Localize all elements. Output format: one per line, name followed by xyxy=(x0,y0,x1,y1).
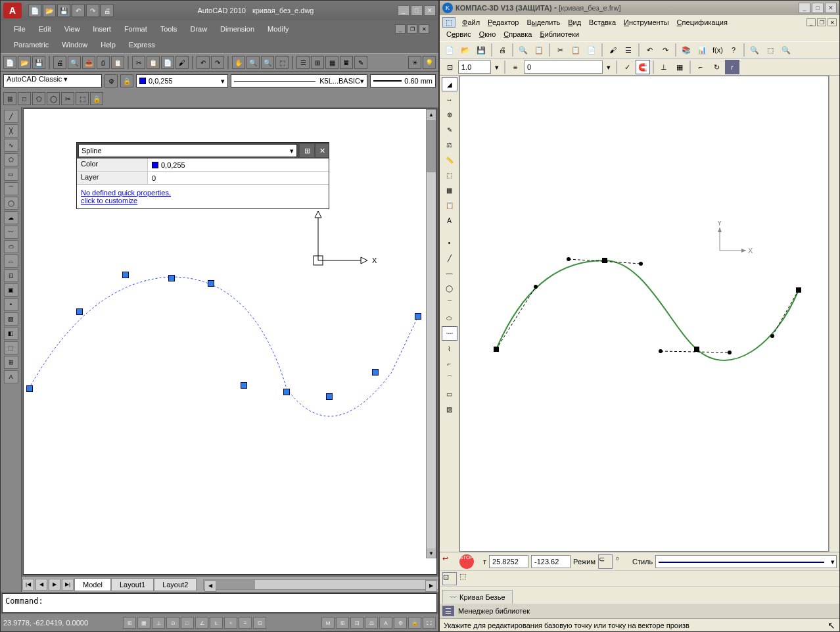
undo-icon[interactable]: ↶ xyxy=(72,4,85,17)
paste-icon[interactable]: 📄 xyxy=(584,43,599,57)
designation-icon[interactable]: ⊕ xyxy=(442,107,457,122)
kompas-vertical-scrollbar[interactable] xyxy=(829,76,839,552)
mode-closed-icon[interactable]: ○ xyxy=(615,554,630,569)
bezier-control[interactable] xyxy=(567,257,571,261)
bezier-anchor[interactable] xyxy=(602,258,607,263)
style-select[interactable]: ▾ xyxy=(655,555,837,568)
geometry-icon[interactable]: ◢ xyxy=(442,77,457,91)
hatch-icon[interactable]: ▨ xyxy=(4,312,18,326)
auto-create-icon[interactable]: ⊡ xyxy=(442,572,457,585)
menu-view[interactable]: View xyxy=(58,22,87,36)
vport-lock-icon[interactable]: 🔒 xyxy=(90,92,103,105)
publish-icon[interactable]: 📤 xyxy=(82,56,95,69)
scale-fit-icon[interactable]: ⊡ xyxy=(442,60,457,74)
tool-palette-icon[interactable]: ▦ xyxy=(325,56,338,69)
clean-screen-icon[interactable]: ⛶ xyxy=(423,617,436,629)
reports-icon[interactable]: 📋 xyxy=(442,198,457,212)
copy-props-icon[interactable]: 🖌 xyxy=(605,43,620,57)
menu-express[interactable]: Express xyxy=(122,38,162,51)
zoom-all-icon[interactable]: 🔍 xyxy=(747,43,762,57)
fillet-icon[interactable]: ⌒ xyxy=(442,372,457,386)
vport-scale-icon[interactable]: ⬚ xyxy=(76,92,89,105)
hatch-icon[interactable]: ▨ xyxy=(442,402,457,416)
polyline-icon[interactable]: ∿ xyxy=(4,139,18,152)
qp-customize-link[interactable]: No defined quick properties,click to cus… xyxy=(77,185,329,208)
menu-window[interactable]: Window xyxy=(55,38,94,51)
markup-icon[interactable]: ✎ xyxy=(354,56,367,69)
close-button[interactable]: ✕ xyxy=(424,5,436,16)
kompas-titlebar[interactable]: K КОМПАС-3D V13 (ЗАЩИТА) - [кривая_без_e… xyxy=(440,1,839,15)
menu-insert[interactable]: Insert xyxy=(86,22,118,36)
grid-icon[interactable]: ▦ xyxy=(137,617,151,629)
bezier-control[interactable] xyxy=(639,262,643,266)
menu-help[interactable]: Help xyxy=(94,38,122,51)
spline-grip[interactable] xyxy=(241,382,247,389)
doc-restore-button[interactable]: ❐ xyxy=(817,18,826,26)
zoom-icon[interactable]: 🔍 xyxy=(246,56,260,69)
autocad-titlebar[interactable]: A 📄 📂 💾 ↶ ↷ 🖨 AutoCAD 2010 кривая_без_e.… xyxy=(1,1,438,20)
scale-icon[interactable]: ⚖ xyxy=(365,617,378,629)
ortho-icon[interactable]: ⊥ xyxy=(152,617,165,629)
match-icon[interactable]: 🖌 xyxy=(175,56,189,69)
vertical-scrollbar[interactable]: ▲ ▼ xyxy=(426,109,436,558)
otrack-icon[interactable]: ∠ xyxy=(195,617,208,629)
parametrize-icon[interactable]: ⚖ xyxy=(442,137,457,152)
layer-icon[interactable]: ≡ xyxy=(508,60,523,74)
menu-select[interactable]: Выделить xyxy=(523,16,564,28)
menu-modify[interactable]: Modify xyxy=(261,22,295,36)
zoom-prev-icon[interactable]: 🔍 xyxy=(779,43,793,57)
command-line[interactable]: Command: xyxy=(2,593,437,613)
create-object-icon[interactable]: ↩ xyxy=(442,554,457,569)
redo-icon[interactable]: ↷ xyxy=(211,56,224,69)
text-icon[interactable]: A xyxy=(4,370,18,383)
make-block-icon[interactable]: ▣ xyxy=(4,283,18,297)
copy-icon[interactable]: 📋 xyxy=(569,43,583,57)
local-cs-icon[interactable]: ⌐ xyxy=(693,60,708,74)
menu-tools[interactable]: Инструменты xyxy=(620,16,673,28)
spline-grip[interactable] xyxy=(168,275,175,281)
cut-icon[interactable]: ✂ xyxy=(132,56,145,69)
qp-layer-value[interactable]: 0 xyxy=(148,172,329,184)
qp-color-value[interactable]: 0,0,255 xyxy=(148,158,329,171)
rotation-input[interactable] xyxy=(524,61,603,74)
kompas-canvas[interactable]: X Y xyxy=(459,76,829,552)
bezier-anchor[interactable] xyxy=(494,347,499,352)
snap-icon[interactable]: ✓ xyxy=(620,60,634,74)
menu-edit[interactable]: Edit xyxy=(32,22,58,36)
menu-file[interactable]: File xyxy=(7,22,32,36)
tab-layout2[interactable]: Layout2 xyxy=(154,578,197,591)
designcenter-icon[interactable]: ⊞ xyxy=(311,56,324,69)
menu-editor[interactable]: Редактор xyxy=(484,16,523,28)
polyline-icon[interactable]: ⌇ xyxy=(442,341,457,356)
library-manager-label[interactable]: Менеджер библиотек xyxy=(458,607,530,615)
tab-model[interactable]: Model xyxy=(74,578,111,591)
osnap-icon[interactable]: □ xyxy=(181,617,194,629)
scale-input[interactable] xyxy=(458,61,491,74)
bezier-control[interactable] xyxy=(728,351,732,354)
select-icon[interactable]: ⬚ xyxy=(442,168,457,182)
text-icon[interactable]: A xyxy=(442,213,457,228)
preview-icon[interactable]: 🔍 xyxy=(68,56,81,69)
pan-icon[interactable]: ✋ xyxy=(232,56,245,69)
qp-close-button[interactable]: ✕ xyxy=(315,144,329,157)
doc-icon[interactable]: ⬚ xyxy=(442,17,455,28)
measure-icon[interactable]: 📏 xyxy=(442,153,457,167)
spline-icon[interactable]: 〰 xyxy=(4,226,18,239)
redo-icon[interactable]: ↷ xyxy=(658,43,672,57)
paste-icon[interactable]: 📄 xyxy=(161,56,174,69)
edit-icon[interactable]: ✎ xyxy=(442,122,457,137)
new-icon[interactable]: 📄 xyxy=(3,56,16,69)
quick-properties-panel[interactable]: Spline▾ ⊞ ✕ Color 0,0,255 Layer 0 No xyxy=(76,142,329,209)
scroll-down-icon[interactable]: ▼ xyxy=(427,548,436,558)
lineweight-display[interactable]: 0.60 mm xyxy=(370,74,436,87)
doc-close-button[interactable]: ✕ xyxy=(828,18,837,26)
minimize-button[interactable]: _ xyxy=(799,3,810,13)
table-icon[interactable]: ⊞ xyxy=(4,356,18,369)
bezier-control[interactable] xyxy=(534,285,538,289)
refresh-icon[interactable]: ↻ xyxy=(709,60,724,74)
bezier-icon[interactable]: 〰 xyxy=(442,326,457,341)
ws-switch-icon[interactable]: ⚙ xyxy=(394,617,407,629)
library-manager-icon[interactable]: ☰ xyxy=(442,606,454,616)
point-icon[interactable]: • xyxy=(4,298,18,311)
qp-icon[interactable]: ⊡ xyxy=(253,617,266,629)
